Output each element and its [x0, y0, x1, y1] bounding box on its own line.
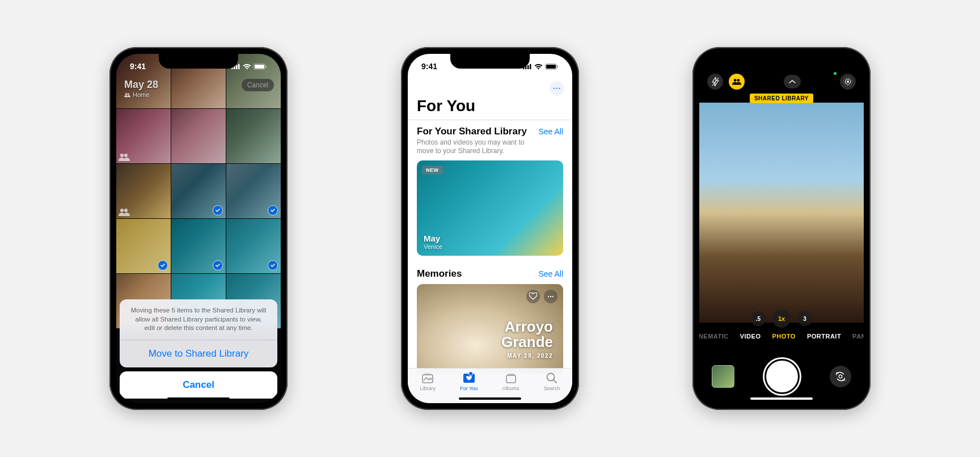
- divider: [408, 120, 572, 120]
- camera-controls: [699, 359, 864, 394]
- camera-top-bar: [699, 71, 864, 92]
- move-to-shared-button[interactable]: Move to Shared Library: [120, 340, 277, 367]
- svg-point-33: [839, 375, 842, 378]
- card-title: May: [424, 234, 442, 243]
- svg-rect-5: [255, 65, 264, 69]
- mode-pano[interactable]: PANO: [852, 333, 864, 340]
- zoom-controls: .5 1x 3: [699, 311, 864, 328]
- more-icon[interactable]: ···: [544, 290, 557, 303]
- phone-library-select: 9:41: [109, 47, 288, 410]
- status-icons: [231, 64, 267, 70]
- live-photo-icon[interactable]: [840, 74, 856, 90]
- notch: [159, 54, 238, 69]
- section-title: Memories: [417, 268, 462, 280]
- sheet-cancel-button[interactable]: Cancel: [120, 371, 277, 399]
- tab-for-you[interactable]: For You: [460, 372, 478, 391]
- more-button[interactable]: ···: [550, 81, 564, 96]
- svg-point-28: [734, 79, 737, 82]
- shared-library-toggle-icon[interactable]: [729, 74, 745, 90]
- svg-rect-24: [508, 374, 514, 375]
- phone-for-you: 9:41 ··· For You For Your Shared Library…: [401, 47, 579, 410]
- memory-overlay-text: ArroyoGrande MAY 28, 2022: [501, 319, 553, 359]
- tab-library[interactable]: Library: [420, 372, 436, 391]
- svg-rect-21: [424, 374, 432, 375]
- svg-rect-14: [525, 66, 527, 69]
- svg-point-31: [847, 81, 849, 83]
- mode-portrait[interactable]: PORTRAIT: [807, 333, 841, 340]
- camera-active-dot-icon: [834, 72, 837, 75]
- favorite-icon[interactable]: [526, 290, 540, 303]
- svg-rect-19: [557, 65, 559, 67]
- svg-rect-6: [266, 65, 267, 67]
- mode-photo[interactable]: PHOTO: [772, 333, 795, 340]
- see-all-link[interactable]: See All: [538, 127, 563, 136]
- mode-cinematic[interactable]: CINEMATIC: [699, 333, 729, 340]
- zoom-0.5-button[interactable]: .5: [751, 311, 766, 326]
- page-title: For You: [408, 96, 572, 120]
- svg-rect-1: [234, 66, 235, 69]
- search-icon: [545, 372, 559, 384]
- for-you-content[interactable]: ··· For You For Your Shared Library See …: [408, 79, 572, 374]
- battery-icon: [545, 64, 559, 70]
- tab-albums[interactable]: Albums: [502, 372, 519, 391]
- flash-icon[interactable]: [707, 74, 723, 90]
- sheet-message: Moving these 5 items to the Shared Libra…: [120, 299, 277, 340]
- library-icon: [421, 372, 434, 384]
- flip-camera-icon[interactable]: [830, 366, 851, 387]
- memory-date: MAY 28, 2022: [501, 353, 553, 359]
- chevron-up-icon[interactable]: [784, 75, 801, 88]
- svg-rect-16: [530, 64, 531, 69]
- zoom-3-button[interactable]: 3: [797, 311, 812, 326]
- notch: [450, 54, 530, 69]
- shutter-button[interactable]: [764, 359, 800, 394]
- last-photo-thumbnail[interactable]: [712, 365, 734, 388]
- section-title: For Your Shared Library: [417, 126, 527, 137]
- card-subtitle: Venice: [424, 243, 442, 250]
- home-indicator[interactable]: [750, 397, 813, 400]
- camera-viewfinder[interactable]: [699, 103, 864, 323]
- svg-line-26: [554, 380, 556, 383]
- tab-search[interactable]: Search: [544, 372, 560, 391]
- status-time: 9:41: [130, 62, 146, 71]
- svg-rect-2: [236, 65, 238, 69]
- new-badge: NEW: [422, 166, 443, 175]
- see-all-link[interactable]: See All: [538, 269, 563, 278]
- phone-camera: SHARED LIBRARY .5 1x 3 CINEMATIC VIDEO P…: [692, 47, 871, 410]
- svg-rect-23: [506, 375, 516, 383]
- svg-rect-18: [546, 65, 556, 69]
- section-header-memories: Memories See All: [408, 256, 572, 284]
- wifi-icon: [534, 64, 543, 70]
- wifi-icon: [243, 64, 251, 70]
- status-time: 9:41: [421, 62, 437, 71]
- shared-suggestion-card[interactable]: NEW May Venice: [417, 160, 563, 256]
- home-indicator[interactable]: [459, 397, 521, 400]
- shared-library-badge: SHARED LIBRARY: [750, 94, 813, 103]
- section-header-shared: For Your Shared Library See All: [408, 126, 572, 137]
- zoom-1x-button[interactable]: 1x: [772, 310, 791, 328]
- svg-rect-15: [527, 65, 529, 69]
- mode-video[interactable]: VIDEO: [740, 333, 761, 340]
- svg-point-29: [737, 79, 740, 82]
- notch: [742, 54, 821, 69]
- svg-rect-3: [238, 64, 240, 69]
- camera-mode-selector[interactable]: CINEMATIC VIDEO PHOTO PORTRAIT PANO: [699, 333, 864, 340]
- memory-card[interactable]: ··· ArroyoGrande MAY 28, 2022: [417, 284, 563, 374]
- action-sheet: Moving these 5 items to the Shared Libra…: [120, 299, 277, 399]
- section-subtitle: Photos and videos you may want to move t…: [408, 137, 544, 160]
- home-indicator[interactable]: [167, 397, 230, 400]
- albums-icon: [504, 372, 518, 384]
- battery-icon: [254, 64, 267, 70]
- shared-badge-wrap: SHARED LIBRARY: [699, 94, 864, 103]
- status-icons: [523, 64, 559, 70]
